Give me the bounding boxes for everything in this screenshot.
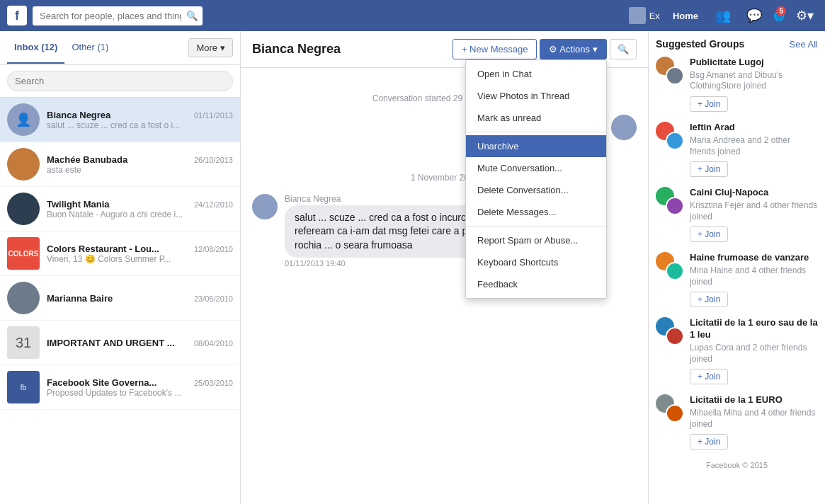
msg-date: 25/03/2010 (194, 379, 233, 387)
msg-date: 12/08/2010 (194, 245, 233, 253)
group-item: Licitatii de la 1 euro sau de la 1 leu L… (656, 317, 818, 384)
dropdown-open-in-chat[interactable]: Open in Chat (466, 63, 606, 85)
group-members: Bsg Amanet and Dibuu's ClothingStore joi… (690, 70, 818, 92)
new-message-button[interactable]: + New Message (453, 39, 537, 59)
actions-label: ⚙ Actions (549, 44, 590, 55)
msg-date: 26/10/2013 (194, 156, 233, 164)
message-search (0, 65, 240, 98)
msg-name: Marianna Baire (47, 293, 113, 304)
msg-tabs: Inbox (12) Other (1) More ▾ (0, 31, 240, 65)
friends-icon[interactable]: 👥 (711, 8, 735, 23)
group-members: Maria Andreea and 2 other friends joined (690, 135, 818, 157)
dropdown-mark-unread[interactable]: Mark as unread (466, 107, 606, 129)
search-wrap: 🔍 (33, 6, 203, 25)
list-item[interactable]: fb Facebook Site Governa... 25/03/2010 P… (0, 365, 240, 410)
join-button[interactable]: + Join (690, 434, 728, 449)
avatar (611, 115, 637, 140)
more-button[interactable]: More ▾ (188, 38, 233, 57)
msg-name: Bianca Negrea (47, 110, 110, 120)
group-info: Haine frumoase de vanzare Mina Haine and… (690, 252, 818, 307)
dropdown-feedback[interactable]: Feedback (466, 273, 606, 295)
notifications-badge[interactable]: 🌐 5 (773, 11, 785, 21)
dropdown-delete-messages[interactable]: Delete Messages... (466, 201, 606, 223)
dropdown-report-spam[interactable]: Report Spam or Abuse... (466, 229, 606, 251)
msg-content: Twilight Mania 24/12/2010 Buon Natale · … (47, 199, 233, 219)
msg-content: Machée Banubada 26/10/2013 asta este (47, 154, 233, 175)
msg-header: Facebook Site Governa... 25/03/2010 (47, 377, 233, 388)
dropdown-divider-2 (466, 226, 606, 227)
msg-header: IMPORTANT AND URGENT ... 08/04/2010 (47, 338, 233, 348)
messages-icon[interactable]: 💬 (742, 8, 766, 23)
join-button[interactable]: + Join (690, 227, 728, 242)
msg-name: IMPORTANT AND URGENT ... (47, 338, 175, 348)
list-item[interactable]: Marianna Baire 23/05/2010 (0, 276, 240, 321)
avatar: COLORS (7, 237, 40, 270)
dropdown-view-photos[interactable]: View Photos in Thread (466, 85, 606, 107)
notification-count: 5 (776, 6, 786, 16)
group-info: Licitatii de la 1 euro sau de la 1 leu L… (690, 317, 818, 384)
search-icon: 🔍 (618, 44, 629, 55)
group-item: Ieftin Arad Maria Andreea and 2 other fr… (656, 122, 818, 177)
list-item[interactable]: 31 IMPORTANT AND URGENT ... 08/04/2010 (0, 321, 240, 365)
global-search-input[interactable] (33, 6, 203, 25)
group-name: Haine frumoase de vanzare (690, 252, 818, 264)
avatar (7, 148, 40, 181)
see-all-link[interactable]: See All (790, 39, 818, 50)
dropdown-mute[interactable]: Mute Conversation... (466, 157, 606, 179)
suggested-groups-header: Suggested Groups See All (656, 38, 818, 50)
thread-title: Bianca Negrea (252, 42, 453, 57)
fb-logo-text: f (15, 8, 19, 23)
chevron-down-icon: ▾ (220, 42, 225, 53)
group-avatar (656, 122, 684, 150)
msg-date: 01/11/2013 (194, 111, 233, 120)
list-item[interactable]: Twilight Mania 24/12/2010 Buon Natale · … (0, 187, 240, 231)
actions-dropdown-container: ⚙ Actions ▾ Open in Chat View Photos in … (540, 39, 607, 59)
message-list: 👤 Bianca Negrea 01/11/2013 salut ... scu… (0, 98, 240, 504)
settings-icon[interactable]: ⚙▾ (792, 8, 818, 23)
list-item[interactable]: Machée Banubada 26/10/2013 asta este (0, 142, 240, 187)
dropdown-unarchive[interactable]: Unarchive (466, 135, 606, 157)
msg-date: 08/04/2010 (194, 339, 233, 348)
message-search-input[interactable] (7, 71, 233, 91)
join-button[interactable]: + Join (690, 369, 728, 384)
avatar: 31 (7, 326, 40, 359)
group-info: Licitatii de la 1 EURO Mihaella Miha and… (690, 394, 818, 449)
join-button[interactable]: + Join (690, 292, 728, 307)
fb-logo[interactable]: f (7, 6, 27, 25)
group-avatar (656, 394, 684, 423)
new-message-label: + New Message (462, 44, 528, 55)
msg-header: Marianna Baire 23/05/2010 (47, 293, 233, 304)
main-container: Inbox (12) Other (1) More ▾ 👤 Bianca N (0, 31, 825, 504)
messages-sidebar: Inbox (12) Other (1) More ▾ 👤 Bianca N (0, 31, 241, 504)
list-item[interactable]: 👤 Bianca Negrea 01/11/2013 salut ... scu… (0, 98, 240, 142)
dropdown-delete-conversation[interactable]: Delete Conversation... (466, 179, 606, 201)
msg-preview: Vineri, 13 😊 Colors Summer P... (47, 254, 203, 264)
msg-preview: Proposed Updates to Facebook's ... (47, 388, 203, 398)
group-avatar (656, 317, 684, 345)
group-members: Lupas Cora and 2 other friends joined (690, 343, 818, 365)
tab-other[interactable]: Other (1) (64, 32, 115, 64)
msg-name: Facebook Site Governa... (47, 377, 157, 388)
nav-user-avatar (629, 7, 646, 24)
dropdown-keyboard-shortcuts[interactable]: Keyboard Shortcuts (466, 251, 606, 273)
global-search-button[interactable]: 🔍 (186, 11, 198, 21)
msg-header: Machée Banubada 26/10/2013 (47, 154, 233, 165)
home-link[interactable]: Home (667, 11, 704, 21)
nav-user[interactable]: Ex (629, 7, 660, 24)
join-button[interactable]: + Join (690, 161, 728, 177)
right-sidebar: Suggested Groups See All Publicitate Lug… (648, 31, 825, 504)
msg-preview: asta este (47, 165, 203, 175)
group-avatar (656, 187, 684, 215)
tab-inbox[interactable]: Inbox (12) (7, 32, 64, 64)
msg-header: Twilight Mania 24/12/2010 (47, 199, 233, 210)
group-name: Licitatii de la 1 EURO (690, 394, 818, 406)
join-button[interactable]: + Join (690, 96, 728, 112)
suggested-groups-title: Suggested Groups (656, 38, 744, 50)
actions-button[interactable]: ⚙ Actions ▾ (540, 39, 607, 59)
search-thread-button[interactable]: 🔍 (610, 39, 637, 59)
group-avatar (656, 57, 684, 85)
group-avatar (656, 252, 684, 280)
group-item: Haine frumoase de vanzare Mina Haine and… (656, 252, 818, 307)
msg-content: IMPORTANT AND URGENT ... 08/04/2010 (47, 338, 233, 348)
list-item[interactable]: COLORS Colors Restaurant - Lou... 12/08/… (0, 231, 240, 276)
